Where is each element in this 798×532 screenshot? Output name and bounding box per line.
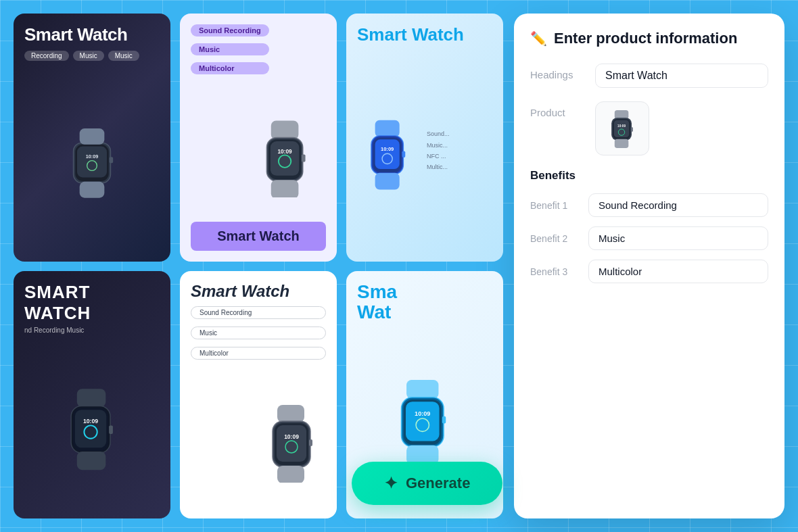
card-5-watch: 10:09 xyxy=(191,370,326,508)
card-4[interactable]: SMART WATCH nd Recording Music 10:09 xyxy=(14,271,170,519)
card-4-title: SMART WATCH xyxy=(24,282,160,324)
svg-rect-16 xyxy=(375,120,400,137)
svg-text:10:09: 10:09 xyxy=(86,153,99,160)
svg-rect-40 xyxy=(406,379,438,398)
benefit-row-2: Benefit 2 xyxy=(530,226,768,250)
right-panel: ✏️ Enter product information Headings Pr… xyxy=(514,14,784,518)
generate-button-container: ✦ Generate xyxy=(352,462,502,505)
benefit-1-input[interactable] xyxy=(588,193,768,217)
svg-rect-5 xyxy=(80,128,105,145)
svg-rect-15 xyxy=(302,154,306,162)
card-1-tag-2: Music xyxy=(73,51,104,61)
card-5-tag-1: Sound Recording xyxy=(191,306,326,319)
card-2-tag-3: Multicolor xyxy=(191,62,269,74)
card-6-title: SmaWat xyxy=(357,282,492,324)
svg-rect-8 xyxy=(271,120,299,139)
card-3-title: Smart Watch xyxy=(357,24,492,45)
card-2-tag-1: Sound Recording xyxy=(191,24,269,37)
product-thumb-watch: 10:09 xyxy=(603,106,641,151)
watch-svg-3: 10:09 xyxy=(357,108,421,193)
card-3[interactable]: Smart Watch 10:09 Sound... Music... NFC … xyxy=(346,14,503,262)
svg-rect-39 xyxy=(309,439,312,446)
panel-header: ✏️ Enter product information xyxy=(530,30,768,47)
watch-svg-5: 10:09 xyxy=(258,395,326,483)
svg-rect-7 xyxy=(110,157,114,163)
cards-grid: Smart Watch Recording Music Music 10:09 xyxy=(14,14,503,518)
product-row: Product 10:09 xyxy=(530,101,768,155)
generate-button[interactable]: ✦ Generate xyxy=(352,462,502,505)
benefit-2-input[interactable] xyxy=(588,226,768,250)
edit-icon: ✏️ xyxy=(530,30,547,47)
svg-text:10:09: 10:09 xyxy=(617,124,626,128)
svg-rect-32 xyxy=(277,405,304,422)
generate-label: Generate xyxy=(406,475,470,492)
svg-text:10:09: 10:09 xyxy=(284,433,299,440)
watch-svg-4: 10:09 xyxy=(48,374,136,473)
card-3-side-text: Sound... Music... NFC ... Multic... xyxy=(427,128,450,172)
svg-rect-48 xyxy=(615,110,629,119)
card-2[interactable]: Sound Recording Music Multicolor 10:09 S… xyxy=(180,14,337,262)
main-container: Smart Watch Recording Music Music 10:09 xyxy=(0,0,798,532)
card-2-title: Smart Watch xyxy=(191,222,326,251)
svg-rect-19 xyxy=(375,140,400,170)
benefit-3-label: Benefit 3 xyxy=(530,266,578,277)
headings-label: Headings xyxy=(530,64,584,80)
svg-text:10:09: 10:09 xyxy=(381,147,394,153)
benefits-title: Benefits xyxy=(530,169,768,183)
svg-rect-38 xyxy=(277,466,304,483)
svg-text:10:09: 10:09 xyxy=(415,410,430,416)
svg-rect-27 xyxy=(75,410,106,448)
svg-rect-6 xyxy=(80,182,105,198)
card-5-title: Smart Watch xyxy=(191,282,326,301)
headings-input[interactable] xyxy=(595,64,768,88)
card-5[interactable]: Smart Watch Sound Recording Music Multic… xyxy=(180,271,337,519)
svg-rect-47 xyxy=(442,416,446,423)
card-2-tag-2: Music xyxy=(191,43,269,55)
benefit-2-label: Benefit 2 xyxy=(530,233,578,244)
card-1-title: Smart Watch xyxy=(24,24,160,45)
svg-text:10:09: 10:09 xyxy=(83,417,98,424)
card-5-tag-2: Music xyxy=(191,327,326,339)
watch-svg-2: 10:09 xyxy=(245,103,326,197)
svg-rect-55 xyxy=(631,127,633,132)
card-4-watch: 10:09 xyxy=(24,339,160,508)
benefit-3-input[interactable] xyxy=(588,260,768,283)
svg-rect-54 xyxy=(615,139,629,148)
benefit-row-1: Benefit 1 xyxy=(530,193,768,217)
card-2-watch: 10:09 xyxy=(191,84,326,216)
watch-svg-6: 10:09 xyxy=(377,371,472,466)
svg-rect-14 xyxy=(271,180,299,197)
card-1-watch: 10:09 xyxy=(24,66,160,251)
card-1-tags: Recording Music Music xyxy=(24,51,160,61)
headings-row: Headings xyxy=(530,64,768,88)
generate-icon: ✦ xyxy=(384,474,398,493)
watch-svg-1: 10:09 xyxy=(55,114,129,202)
svg-rect-35 xyxy=(277,425,306,462)
card-1[interactable]: Smart Watch Recording Music Music 10:09 xyxy=(14,14,170,262)
svg-rect-2 xyxy=(77,147,107,178)
svg-rect-11 xyxy=(271,141,299,176)
svg-text:10:09: 10:09 xyxy=(277,147,292,154)
svg-rect-24 xyxy=(77,389,106,407)
benefit-row-3: Benefit 3 xyxy=(530,260,768,283)
svg-rect-43 xyxy=(406,402,440,441)
benefit-1-label: Benefit 1 xyxy=(530,200,578,211)
card-3-watch-area: 10:09 Sound... Music... NFC ... Multic..… xyxy=(357,51,492,251)
svg-rect-22 xyxy=(375,173,400,190)
product-label: Product xyxy=(530,101,584,118)
svg-rect-23 xyxy=(402,151,406,158)
card-1-tag-1: Recording xyxy=(24,51,69,61)
card-5-tag-3: Multicolor xyxy=(191,347,326,360)
card-4-subtitle: nd Recording Music xyxy=(24,327,160,334)
card-1-tag-3: Music xyxy=(108,51,139,61)
svg-rect-30 xyxy=(77,452,106,470)
panel-title: Enter product information xyxy=(554,30,737,47)
svg-rect-31 xyxy=(109,425,113,434)
product-thumbnail[interactable]: 10:09 xyxy=(595,101,649,155)
